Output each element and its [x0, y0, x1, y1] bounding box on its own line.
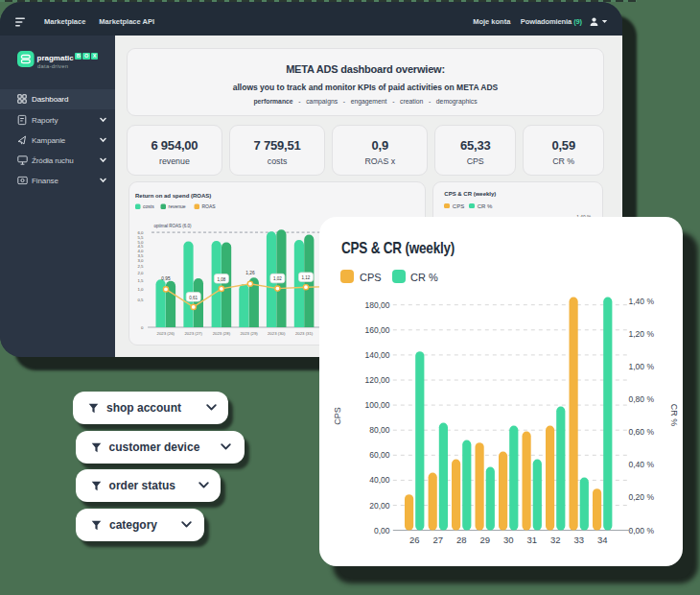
svg-text:1,20 %: 1,20 %	[629, 329, 655, 339]
svg-text:28: 28	[456, 535, 467, 545]
svg-text:Return on ad spend (ROAS): Return on ad spend (ROAS)	[135, 193, 211, 199]
svg-text:40,00: 40,00	[369, 475, 390, 485]
svg-text:0,61: 0,61	[189, 295, 198, 299]
svg-text:1,5: 1,5	[137, 278, 144, 283]
svg-text:2,0: 2,0	[137, 270, 144, 274]
svg-text:2023 (28): 2023 (28)	[212, 331, 230, 336]
svg-text:31: 31	[526, 535, 537, 545]
svg-text:0,5: 0,5	[137, 298, 144, 302]
svg-text:140,00: 140,00	[365, 350, 390, 360]
svg-text:160,00: 160,00	[365, 325, 390, 335]
svg-text:0,60 %: 0,60 %	[629, 427, 655, 437]
svg-text:3,0: 3,0	[137, 258, 144, 263]
svg-text:0,00 %: 0,00 %	[629, 526, 655, 536]
svg-text:180,00: 180,00	[365, 300, 390, 310]
svg-text:26: 26	[409, 535, 420, 545]
svg-text:1,40 %: 1,40 %	[629, 297, 655, 306]
svg-text:32: 32	[550, 535, 561, 545]
svg-text:CPS: CPS	[333, 407, 342, 425]
svg-text:80,00: 80,00	[369, 425, 390, 435]
svg-text:2023 (27): 2023 (27)	[184, 331, 202, 336]
svg-text:0,40 %: 0,40 %	[629, 460, 655, 469]
svg-text:2023 (30): 2023 (30)	[267, 331, 285, 336]
svg-text:1,00 %: 1,00 %	[629, 362, 655, 371]
svg-text:costs: costs	[143, 203, 154, 209]
svg-text:2023 (26): 2023 (26)	[156, 331, 175, 336]
svg-text:0,80 %: 0,80 %	[629, 394, 655, 404]
svg-text:2,5: 2,5	[137, 264, 144, 269]
svg-text:2023 (29): 2023 (29)	[240, 331, 258, 336]
svg-text:120,00: 120,00	[365, 375, 390, 385]
svg-text:34: 34	[597, 535, 608, 545]
svg-text:60,00: 60,00	[369, 450, 390, 460]
svg-text:29: 29	[479, 535, 490, 545]
svg-text:1,02: 1,02	[273, 276, 282, 281]
svg-text:27: 27	[433, 535, 444, 545]
svg-text:20,00: 20,00	[369, 501, 390, 511]
svg-text:0,95: 0,95	[161, 275, 171, 280]
svg-text:100,00: 100,00	[365, 400, 390, 410]
svg-text:1,0: 1,0	[137, 287, 144, 292]
svg-text:1,12: 1,12	[301, 274, 310, 279]
svg-text:2023 (31): 2023 (31)	[294, 331, 313, 336]
svg-text:0,00: 0,00	[374, 526, 390, 536]
svg-text:ROAS: ROAS	[201, 203, 216, 209]
svg-text:1,26: 1,26	[245, 271, 255, 275]
svg-text:30: 30	[503, 535, 514, 545]
svg-text:CR %: CR %	[669, 404, 679, 427]
svg-text:optimal ROAS (6.0): optimal ROAS (6.0)	[153, 224, 192, 228]
svg-text:0,20 %: 0,20 %	[629, 492, 655, 502]
svg-text:revenue: revenue	[168, 203, 185, 209]
svg-text:33: 33	[573, 535, 584, 545]
svg-text:0: 0	[141, 324, 144, 329]
svg-text:1,08: 1,08	[217, 276, 225, 281]
